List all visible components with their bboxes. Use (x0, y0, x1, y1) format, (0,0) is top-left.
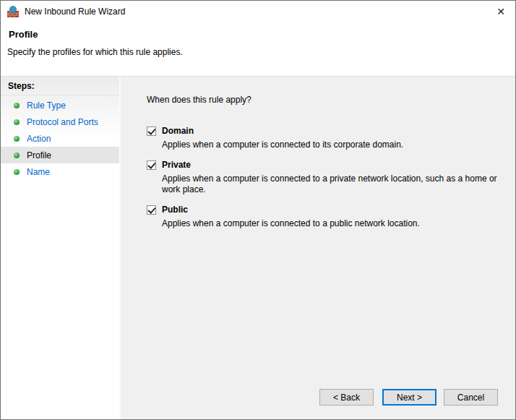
profile-description: Applies when a computer is connected to … (162, 173, 501, 195)
checkbox[interactable] (147, 127, 156, 136)
steps-list: Rule Type Protocol and Ports Action Prof… (1, 97, 119, 180)
back-button[interactable]: < Back (319, 389, 374, 406)
profile-group: Domain Applies when a computer is connec… (147, 126, 501, 150)
profile-label[interactable]: Private (162, 160, 191, 170)
profile-group: Private Applies when a computer is conne… (147, 160, 501, 195)
step-bullet-icon (14, 119, 20, 125)
profile-row: Private (147, 160, 501, 170)
wizard-body: Steps: Rule Type Protocol and Ports Acti… (1, 77, 515, 420)
profile-row: Public (147, 205, 501, 215)
step-bullet-icon (14, 153, 20, 158)
profile-description: Applies when a computer is connected to … (162, 140, 501, 150)
step-bullet-icon (14, 103, 20, 108)
step-label: Protocol and Ports (27, 117, 98, 127)
cancel-button[interactable]: Cancel (444, 389, 498, 406)
sidebar-step-item[interactable]: Protocol and Ports (1, 113, 119, 130)
profile-row: Domain (147, 126, 501, 136)
wizard-header: Profile Specify the profiles for which t… (1, 29, 515, 77)
titlebar: New Inbound Rule Wizard ✕ (1, 1, 515, 22)
close-button[interactable]: ✕ (486, 1, 515, 22)
wizard-window: New Inbound Rule Wizard ✕ Profile Specif… (0, 0, 516, 420)
profile-label[interactable]: Public (162, 205, 188, 215)
page-title: Profile (9, 29, 515, 40)
checkbox[interactable] (147, 160, 156, 170)
step-label: Name (27, 167, 50, 177)
checkbox[interactable] (147, 205, 156, 215)
page-subtitle: Specify the profiles for which this rule… (7, 47, 515, 57)
sidebar-step-item[interactable]: Action (1, 130, 119, 147)
steps-sidebar: Steps: Rule Type Protocol and Ports Acti… (1, 77, 121, 420)
firewall-icon (7, 6, 19, 17)
sidebar-step-item[interactable]: Name (1, 163, 119, 180)
steps-heading: Steps: (1, 77, 119, 95)
profile-group: Public Applies when a computer is connec… (147, 205, 501, 229)
question-text: When does this rule apply? (147, 95, 501, 105)
main-panel: When does this rule apply? Domain Applie… (121, 77, 515, 420)
profile-label[interactable]: Domain (162, 126, 194, 136)
profile-description: Applies when a computer is connected to … (162, 218, 501, 229)
sidebar-step-item[interactable]: Rule Type (1, 97, 119, 113)
step-label: Action (27, 134, 51, 144)
step-bullet-icon (14, 136, 20, 142)
step-label: Profile (27, 150, 51, 160)
profiles-list: Domain Applies when a computer is connec… (147, 126, 501, 229)
next-button[interactable]: Next > (382, 389, 437, 406)
sidebar-step-item[interactable]: Profile (1, 147, 119, 163)
window-title: New Inbound Rule Wizard (25, 7, 125, 17)
step-label: Rule Type (27, 100, 66, 111)
step-bullet-icon (14, 169, 20, 175)
